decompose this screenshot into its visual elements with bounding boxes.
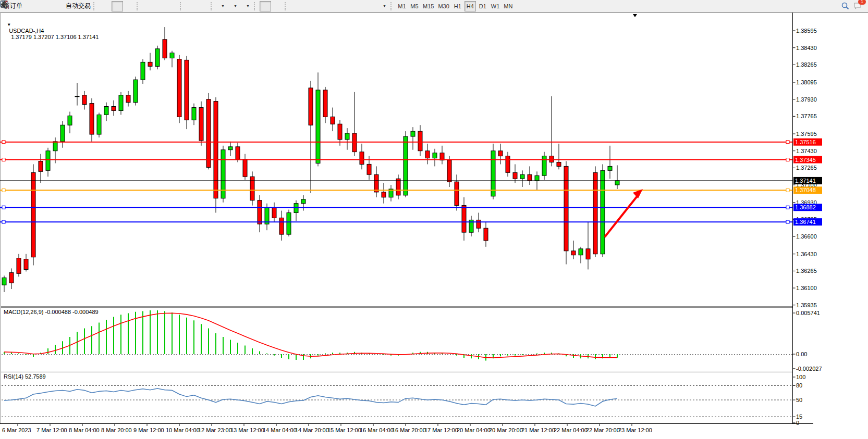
crosshair-icon[interactable] (272, 1, 284, 11)
candle (214, 102, 218, 198)
timeframe-h4-button[interactable]: H4 (464, 1, 476, 11)
period-clock-icon[interactable]: ▾ (229, 1, 240, 11)
candle (564, 166, 568, 250)
candle (476, 220, 481, 228)
line-handle[interactable] (2, 189, 5, 192)
line-handle[interactable] (2, 158, 5, 161)
new-chart-icon[interactable] (25, 1, 36, 11)
svg-text:1.37595: 1.37595 (796, 131, 817, 137)
candle (462, 206, 466, 233)
line-handle[interactable] (786, 141, 789, 144)
trendline-icon[interactable] (315, 1, 327, 11)
fibonacci-icon[interactable]: F (340, 1, 352, 11)
profiles-icon[interactable] (38, 1, 49, 11)
chart-shift-marker[interactable] (633, 14, 637, 17)
line-handle[interactable] (786, 206, 789, 209)
timeframe-mn-button[interactable]: MN (502, 1, 514, 11)
timeframe-m15-button[interactable]: M15 (421, 1, 435, 11)
toolbar-separator (285, 2, 289, 10)
zoom-out-icon[interactable] (155, 1, 166, 11)
indicator-window-down-icon[interactable] (198, 1, 210, 11)
time-axis-label: 9 Mar 12:00 (133, 427, 164, 433)
candle (126, 95, 130, 103)
broadcast-icon[interactable] (50, 1, 62, 11)
indicator-window-up-icon[interactable] (186, 1, 197, 11)
vertical-line-icon[interactable] (290, 1, 302, 11)
candle (396, 179, 400, 195)
line-handle[interactable] (786, 189, 789, 192)
candle (608, 166, 612, 170)
timeframe-m1-button[interactable]: M1 (396, 1, 408, 11)
svg-text:-0.002027: -0.002027 (796, 366, 822, 372)
candle (46, 151, 50, 171)
line-handle[interactable] (2, 206, 5, 209)
time-axis-label: 22 Mar 20:00 (586, 427, 620, 433)
candle (425, 151, 430, 158)
candle (206, 99, 211, 168)
svg-text:1.37430: 1.37430 (796, 148, 817, 154)
timeframe-w1-button[interactable]: W1 (490, 1, 502, 11)
candle (535, 175, 539, 181)
line-chart-icon[interactable] (124, 1, 136, 11)
chart-title-line: ▼ USDCAD-,H4 1.37179 1.37207 1.37106 1.3… (4, 15, 99, 40)
svg-text:80: 80 (796, 382, 802, 388)
dropdown-arrow-icon[interactable]: ▾ (234, 4, 236, 8)
candle (404, 136, 408, 195)
tile-windows-icon[interactable] (167, 1, 179, 11)
timeframe-d1-button[interactable]: D1 (477, 1, 488, 11)
candle (287, 213, 291, 235)
line-handle[interactable] (2, 220, 5, 223)
time-axis-label: 12 Mar 23:00 (198, 427, 232, 433)
zoom-in-icon[interactable] (142, 1, 154, 11)
dropdown-arrow-icon[interactable]: ▾ (222, 4, 224, 8)
svg-text:1.38595: 1.38595 (796, 28, 817, 34)
trend-arrow-annotation[interactable] (605, 189, 643, 237)
dropdown-arrow-icon[interactable]: ▾ (383, 4, 385, 8)
svg-text:1.36600: 1.36600 (796, 233, 817, 240)
toolbar-separator (93, 2, 98, 10)
timeframe-m30-button[interactable]: M30 (436, 1, 450, 11)
collapse-panel-arrow[interactable]: ▼ (7, 22, 11, 27)
template-icon[interactable]: ▾ (241, 1, 253, 11)
candle (53, 142, 57, 151)
candle (177, 59, 181, 117)
chat-button[interactable]: 1 (853, 1, 864, 11)
candle (279, 218, 284, 234)
candle (557, 162, 561, 167)
candle (484, 228, 488, 241)
svg-text:1.37265: 1.37265 (796, 165, 817, 171)
svg-text:1.38095: 1.38095 (796, 79, 817, 85)
svg-text:0.005741: 0.005741 (796, 310, 820, 316)
bar-chart-icon[interactable] (99, 1, 111, 11)
text-icon[interactable]: A (353, 1, 364, 11)
candle (331, 117, 335, 124)
line-handle[interactable] (786, 220, 789, 223)
add-indicator-icon[interactable]: ▾ (216, 1, 228, 11)
timeframe-m5-button[interactable]: M5 (409, 1, 420, 11)
cursor-icon[interactable] (260, 1, 271, 11)
dropdown-arrow-icon[interactable]: ▾ (247, 4, 249, 8)
arrows-icon[interactable]: ▾ (378, 1, 389, 11)
line-handle[interactable] (2, 141, 5, 144)
channel-icon[interactable] (328, 1, 339, 11)
toolbar-separator (180, 2, 185, 10)
candle (528, 174, 532, 181)
time-axis-label: 22 Mar 04:00 (554, 427, 588, 433)
text-label-icon[interactable]: T (365, 1, 377, 11)
search-button[interactable] (840, 1, 852, 11)
candle (352, 133, 357, 152)
candlestick-chart-icon[interactable] (112, 1, 123, 11)
chart-canvas[interactable]: 1.385951.384301.382651.380951.379301.377… (0, 0, 868, 439)
line-handle[interactable] (786, 158, 789, 161)
candle (192, 108, 196, 120)
auto-trading-button[interactable]: 自动交易 (63, 1, 92, 11)
candle (2, 278, 6, 285)
candle (513, 172, 517, 179)
candle (258, 200, 262, 224)
symbol-period-label: USDCAD-,H4 (9, 28, 44, 34)
timeframe-h1-button[interactable]: H1 (452, 1, 463, 11)
horizontal-line-icon[interactable] (303, 1, 314, 11)
svg-text:1.36741: 1.36741 (795, 219, 816, 225)
candle (155, 49, 160, 67)
candle (250, 177, 254, 200)
